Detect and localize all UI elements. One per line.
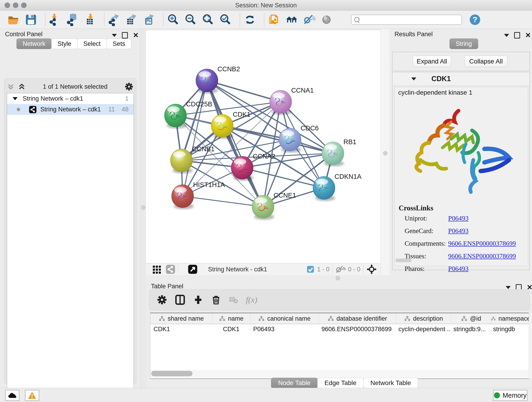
create-column-plus-icon[interactable] (193, 295, 203, 305)
horizontal-splitter-handle[interactable] (336, 276, 340, 280)
share-session-icon[interactable] (268, 13, 281, 26)
table-settings-gear-icon[interactable] (157, 295, 167, 305)
zoom-in-icon[interactable] (167, 13, 180, 26)
export-table-icon[interactable] (125, 13, 138, 26)
table-vertical-scrollbar[interactable] (529, 313, 532, 378)
table-panel-menu-icon[interactable] (506, 286, 511, 289)
grid-view-icon[interactable] (152, 265, 162, 274)
column-header-namespace[interactable]: namespace (491, 313, 531, 324)
tab-network[interactable]: Network (17, 38, 51, 49)
tree-expand-icon[interactable] (13, 97, 18, 100)
crosslink-value-link[interactable]: 9606.ENSP00000378699 (448, 240, 516, 247)
export-network-icon[interactable] (108, 13, 121, 26)
cell-name[interactable]: CDK1 (212, 324, 250, 334)
import-table-icon[interactable] (83, 13, 97, 26)
fit-selected-crosshair-icon[interactable] (366, 264, 377, 275)
save-session-icon[interactable] (24, 13, 38, 26)
node-label-cdk1: CDK1 (233, 111, 250, 118)
zoom-selected-icon[interactable] (219, 13, 232, 26)
network-row-selected[interactable]: String Network – cdk1 11 48 (7, 104, 133, 115)
hide-glasses-icon[interactable] (302, 13, 316, 26)
column-header--id[interactable]: @id (451, 313, 491, 324)
edge-ccnb2-ccna1[interactable] (207, 80, 281, 102)
network-options-gear-icon[interactable] (125, 82, 133, 91)
crosslink-value-link[interactable]: P06493 (448, 227, 469, 235)
show-eye-icon[interactable] (320, 13, 333, 26)
collapse-all-button[interactable]: Collapse All (464, 56, 507, 67)
delete-column-trash-icon[interactable] (211, 295, 221, 305)
crosslink-value-link[interactable]: P06493 (448, 215, 469, 222)
cell-namespace[interactable]: stringdb (490, 324, 529, 334)
right-splitter-handle[interactable] (383, 151, 387, 155)
cell-database-identifier[interactable]: 9606.ENSP00000378699 (318, 324, 395, 334)
right-splitter[interactable] (380, 29, 390, 275)
cloud-button[interactable] (5, 390, 19, 401)
tab-node-table[interactable]: Node Table (271, 378, 317, 388)
results-panel-close-icon[interactable]: ✕ (525, 33, 531, 38)
results-panel-menu-icon[interactable] (504, 34, 509, 37)
crosslinks-list: Uniprot:P06493GeneCard:P06493Compartment… (405, 215, 524, 278)
edge-ccnb2-hist1h1a[interactable] (183, 80, 207, 196)
node-cdk1[interactable]: CDK1 (211, 111, 250, 139)
gene-collapse-icon[interactable] (411, 77, 416, 80)
import-network-file-icon[interactable] (49, 13, 62, 26)
tab-string[interactable]: String (450, 38, 478, 49)
network-view-icon[interactable] (166, 264, 175, 274)
node-ccna1[interactable]: CCNA1 (270, 87, 314, 115)
search-field[interactable] (351, 15, 462, 25)
export-image-icon[interactable] (143, 13, 156, 26)
node-hist1h1a[interactable]: HIST1H1A (172, 181, 225, 209)
control-panel-close-icon[interactable]: ✕ (133, 33, 139, 38)
column-header-name[interactable]: name (213, 313, 250, 324)
control-panel-float-icon[interactable] (122, 32, 128, 38)
cell--id[interactable]: stringdb:9... (450, 324, 490, 334)
left-splitter-handle[interactable] (141, 205, 146, 210)
expand-all-icon[interactable] (18, 83, 26, 90)
tab-style[interactable]: Style (51, 38, 77, 49)
node-cdc25b[interactable]: CDC25B (165, 100, 212, 128)
help-button[interactable]: ? (468, 13, 481, 26)
node-ccnb2[interactable]: CCNB2 (196, 65, 240, 94)
node-table[interactable]: shared namenamecanonical namedatabase id… (150, 313, 529, 379)
column-header-description[interactable]: description (396, 313, 451, 324)
show-columns-icon[interactable] (175, 294, 185, 305)
control-panel-menu-icon[interactable] (112, 34, 117, 37)
results-hscrollbar-thumb[interactable] (395, 259, 412, 262)
memory-button[interactable]: Memory (493, 390, 527, 401)
table-hscrollbar-thumb[interactable] (151, 371, 192, 376)
tab-edge-table[interactable]: Edge Table (317, 378, 364, 388)
string-home-icon[interactable] (285, 13, 298, 26)
cell-shared-name[interactable]: CDK1 (150, 324, 212, 334)
column-header-shared-name[interactable]: shared name (150, 313, 213, 324)
node-cdkn1a[interactable]: CDKN1A (313, 173, 361, 201)
collapse-all-icon[interactable] (7, 83, 15, 90)
tab-select[interactable]: Select (77, 38, 107, 49)
import-network-database-icon[interactable] (66, 13, 79, 26)
column-header-database-identifier[interactable]: database identifier (319, 313, 396, 324)
node-rb1[interactable]: RB1 (322, 138, 356, 166)
table-horizontal-scrollbar[interactable] (150, 370, 529, 377)
selected-checkbox-icon[interactable] (307, 265, 314, 273)
table-row[interactable]: CDK1CDK1P064939606.ENSP00000378699cyclin… (150, 324, 529, 334)
crosslink-value-link[interactable]: 9606.ENSP00000378699 (448, 252, 516, 260)
tab-network-table[interactable]: Network Table (363, 378, 418, 388)
search-input[interactable] (360, 16, 462, 24)
warnings-button[interactable] (25, 390, 39, 401)
cell-description[interactable]: cyclin-dependent ... (395, 324, 450, 334)
status-bar: Memory (0, 388, 532, 402)
network-collection-row[interactable]: String Network – cdk1 1 (7, 93, 133, 104)
zoom-out-icon[interactable] (184, 13, 197, 26)
network-canvas[interactable]: CCNB2 CCNA1 CDC25B CDK1 CDC6 RB1 CCNB1 C… (146, 31, 380, 263)
zoom-fit-icon[interactable] (202, 13, 215, 26)
refresh-view-icon[interactable] (243, 13, 257, 26)
results-panel-float-icon[interactable] (514, 32, 520, 38)
left-splitter[interactable] (140, 29, 146, 388)
crosslink-value-link[interactable]: P06493 (448, 265, 469, 273)
birds-eye-view-icon[interactable] (188, 264, 197, 274)
edge-hist1h1a-ccne1[interactable] (183, 196, 263, 207)
cell-canonical-name[interactable]: P06493 (250, 324, 318, 334)
column-header-canonical-name[interactable]: canonical name (250, 313, 319, 324)
expand-all-button[interactable]: Expand All (413, 56, 451, 67)
tab-sets[interactable]: Sets (107, 38, 131, 49)
open-session-icon[interactable] (7, 13, 20, 26)
